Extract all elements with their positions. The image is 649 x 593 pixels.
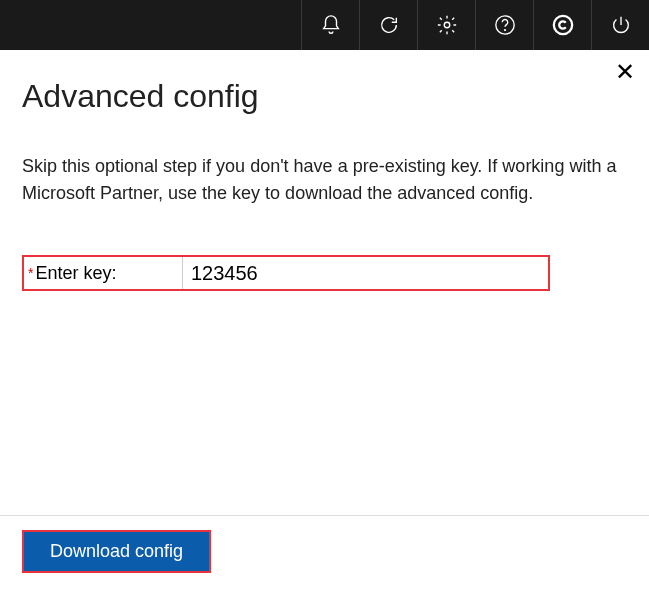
svg-point-3 xyxy=(553,16,571,34)
download-button-highlight: Download config xyxy=(22,530,211,573)
bell-icon[interactable] xyxy=(301,0,359,50)
field-label: * Enter key: xyxy=(24,257,182,289)
close-button[interactable]: ✕ xyxy=(615,60,635,84)
dialog-content: Advanced config Skip this optional step … xyxy=(0,50,649,291)
page-title: Advanced config xyxy=(22,78,627,115)
refresh-icon[interactable] xyxy=(359,0,417,50)
svg-point-1 xyxy=(495,16,513,34)
enter-key-input[interactable] xyxy=(182,257,548,289)
enter-key-field: * Enter key: xyxy=(22,255,550,291)
required-asterisk: * xyxy=(28,265,33,281)
svg-point-0 xyxy=(444,22,450,28)
field-label-text: Enter key: xyxy=(35,263,116,284)
copyright-icon[interactable] xyxy=(533,0,591,50)
top-bar xyxy=(0,0,649,50)
help-icon[interactable] xyxy=(475,0,533,50)
gear-icon[interactable] xyxy=(417,0,475,50)
footer: Download config xyxy=(0,515,649,593)
description-text: Skip this optional step if you don't hav… xyxy=(22,153,627,207)
power-icon[interactable] xyxy=(591,0,649,50)
svg-point-2 xyxy=(504,30,505,31)
download-config-button[interactable]: Download config xyxy=(24,532,209,571)
